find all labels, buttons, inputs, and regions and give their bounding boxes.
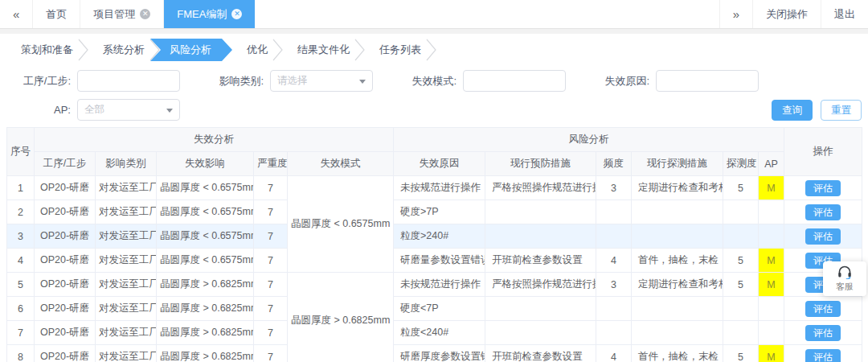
impact-category-label: 影响类别: — [212, 74, 264, 88]
cell-detection: 5 — [723, 176, 759, 200]
cell-ap — [759, 297, 784, 321]
cell-detection: 5 — [723, 249, 759, 273]
col-header-prevention: 现行预防措施 — [485, 152, 596, 176]
cell-impact: 对发运至工厂 — [96, 273, 157, 297]
expand-tabs-icon[interactable]: » — [719, 0, 752, 28]
topbar-tab-project-management[interactable]: 项目管理 ✕ — [80, 0, 164, 28]
col-header-occurrence: 频度 — [596, 152, 632, 176]
divider — [0, 29, 868, 34]
cell-ap — [759, 200, 784, 224]
step-task-list[interactable]: 任务列表 — [365, 39, 426, 61]
table-row: 4 OP20-研磨 对发运至工厂 晶圆厚度 < 0.6575mm 7 研磨量参数… — [7, 249, 862, 273]
topbar-tab-project-label: 项目管理 — [93, 7, 135, 22]
cell-impact: 对发运至工厂 — [96, 345, 157, 362]
impact-category-placeholder: 请选择 — [277, 74, 308, 88]
group-header-risk-analysis: 风险分析 — [394, 128, 784, 152]
evaluate-button[interactable]: 评估 — [805, 204, 841, 220]
cell-detection-measure: 定期进行检查和考核 — [632, 273, 723, 297]
cell-ap: M — [759, 176, 784, 200]
cell-ap — [759, 224, 784, 249]
close-tab-icon[interactable]: ✕ — [231, 9, 242, 19]
cell-effect: 晶圆厚度 < 0.6575mm — [157, 200, 254, 224]
evaluate-button[interactable]: 评估 — [805, 349, 841, 362]
step-risk-analysis-active[interactable]: 风险分析 — [150, 39, 232, 61]
impact-category-select[interactable]: 请选择 — [270, 70, 373, 92]
cell-index: 1 — [7, 176, 35, 200]
step-result-documentation[interactable]: 结果文件化 — [283, 39, 354, 61]
cell-severity: 7 — [254, 200, 288, 224]
cell-severity: 7 — [254, 224, 288, 249]
failure-cause-input[interactable] — [656, 70, 759, 92]
cell-occurrence: 4 — [596, 249, 632, 273]
col-header-ap: AP — [759, 152, 784, 176]
chevron-right-icon — [426, 39, 436, 61]
filter-form: 工序/工步: 影响类别: 请选择 失效模式: 失效原因: AP: 全部 查询 重… — [6, 70, 862, 121]
step-planning-preparation[interactable]: 策划和准备 — [6, 39, 78, 61]
group-header-failure-analysis: 失效分析 — [35, 128, 394, 152]
failure-mode-label: 失效模式: — [405, 74, 457, 88]
collapse-tabs-icon[interactable]: « — [0, 0, 33, 28]
evaluate-button[interactable]: 评估 — [805, 301, 841, 317]
cell-prevention — [485, 224, 596, 249]
cell-effect: 晶圆厚度 < 0.6575mm — [157, 249, 254, 273]
cell-impact: 对发运至工厂 — [96, 321, 157, 345]
cell-occurrence — [596, 224, 632, 249]
cell-occurrence — [596, 297, 632, 321]
ap-select-value: 全部 — [84, 103, 104, 117]
cell-detection-measure — [632, 297, 723, 321]
topbar-tab-home[interactable]: 首页 — [33, 0, 80, 28]
cell-process: OP20-研磨 — [35, 200, 96, 224]
step-system-analysis[interactable]: 系统分析 — [88, 39, 149, 61]
cell-effect: 晶圆厚度 < 0.6575mm — [157, 176, 254, 200]
cell-failure-mode-merged: 晶圆厚度 < 0.6575mm — [288, 176, 394, 273]
failure-cause-label: 失效原因: — [598, 74, 649, 88]
topbar-spacer — [255, 0, 719, 28]
close-operation-button[interactable]: 关闭操作 — [752, 0, 821, 28]
cell-impact: 对发运至工厂 — [96, 200, 157, 224]
cell-effect: 晶圆厚度 > 0.6825mm — [157, 345, 254, 362]
search-button[interactable]: 查询 — [772, 100, 813, 121]
reset-button[interactable]: 重置 — [821, 100, 862, 121]
cell-detection: 5 — [723, 273, 759, 297]
col-header-failure-mode: 失效模式 — [288, 152, 394, 176]
close-tab-icon[interactable]: ✕ — [140, 9, 150, 19]
cell-cause: 粒度<240# — [394, 321, 485, 345]
customer-service-widget[interactable]: 客服 — [823, 261, 866, 296]
cell-effect: 晶圆厚度 < 0.6575mm — [157, 224, 254, 249]
table-row: 5 OP20-研磨 对发运至工厂 晶圆厚度 > 0.6825mm 7 晶圆厚度 … — [7, 273, 862, 297]
cell-effect: 晶圆厚度 > 0.6825mm — [157, 273, 254, 297]
evaluate-button[interactable]: 评估 — [805, 180, 841, 196]
table-row: 7 OP20-研磨 对发运至工厂 晶圆厚度 > 0.6825mm 7 粒度<24… — [7, 321, 862, 345]
cell-severity: 7 — [254, 176, 288, 200]
topbar-tab-fmea-edit[interactable]: FMEA编制 ✕ — [164, 0, 255, 28]
cell-prevention: 严格按照操作规范进行操作 — [485, 273, 596, 297]
cell-process: OP20-研磨 — [35, 345, 96, 362]
cell-impact: 对发运至工厂 — [96, 224, 157, 249]
evaluate-button[interactable]: 评估 — [805, 325, 841, 341]
col-header-impact-category: 影响类别 — [96, 152, 157, 176]
cell-index: 5 — [7, 273, 35, 297]
cell-detection: 5 — [723, 345, 759, 362]
window-tab-bar: « 首页 项目管理 ✕ FMEA编制 ✕ » 关闭操作 退出 — [0, 0, 868, 29]
cell-index: 7 — [7, 321, 35, 345]
exit-button[interactable]: 退出 — [821, 0, 868, 28]
failure-mode-input[interactable] — [463, 70, 566, 92]
step-optimization[interactable]: 优化 — [232, 39, 272, 61]
process-steps-nav: 策划和准备 系统分析 风险分析 优化 结果文件化 任务列表 — [6, 38, 862, 62]
cell-effect: 晶圆厚度 > 0.6825mm — [157, 297, 254, 321]
cell-detection — [723, 297, 759, 321]
cell-prevention — [485, 200, 596, 224]
cell-prevention — [485, 321, 596, 345]
cell-occurrence: 3 — [596, 273, 632, 297]
cell-occurrence: 3 — [596, 176, 632, 200]
process-step-input[interactable] — [77, 70, 180, 92]
cell-detection-measure: 首件，抽检，末检 — [632, 249, 723, 273]
ap-select[interactable]: 全部 — [77, 99, 180, 121]
cell-detection-measure: 定期进行检查和考核 — [632, 176, 723, 200]
cell-cause: 研磨量参数设置错误 — [394, 249, 485, 273]
cell-detection — [723, 200, 759, 224]
caret-down-icon — [359, 80, 366, 84]
evaluate-button[interactable]: 评估 — [805, 228, 841, 245]
cell-prevention: 开班前检查参数设置 — [485, 345, 596, 362]
col-header-severity: 严重度 — [254, 152, 288, 176]
